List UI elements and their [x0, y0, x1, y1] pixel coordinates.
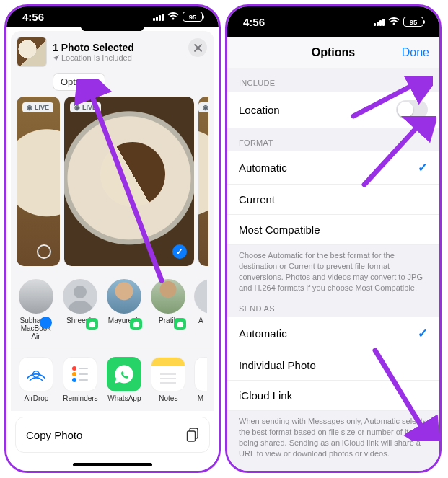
row-location[interactable]: Location [227, 92, 439, 128]
selection-thumbnail [17, 37, 47, 67]
photo-item-selected[interactable]: ◉ LIVE ✓ [64, 97, 194, 266]
modal-title: Options [312, 46, 355, 59]
app-notes[interactable]: Notes [150, 357, 187, 402]
wifi-icon [388, 17, 400, 26]
selection-subtitle: Location Is Included [53, 53, 134, 62]
selected-check-icon[interactable]: ✓ [172, 244, 187, 259]
whatsapp-icon [113, 363, 135, 385]
copy-photo-row[interactable]: Copy Photo [15, 417, 210, 453]
notes-icon [158, 372, 178, 385]
airdrop-icon [24, 362, 48, 386]
whatsapp-badge-icon [174, 318, 186, 330]
chevron-right-icon: › [95, 78, 98, 87]
section-header-airdrop: AIRDROP & ICLOUD LINKS ONLY [227, 461, 439, 471]
live-badge: ◉ LIVE [70, 102, 101, 112]
app-reminders[interactable]: Reminders [62, 357, 99, 402]
wifi-icon [167, 12, 179, 21]
checkmark-icon: ✓ [418, 326, 428, 341]
battery-icon: 95 [183, 12, 203, 22]
row-sendas-icloud[interactable]: iCloud Link [227, 381, 439, 411]
svg-point-5 [72, 378, 76, 382]
airdrop-badge-icon [40, 317, 52, 329]
section-header-format: FORMAT [227, 128, 439, 151]
svg-point-1 [68, 301, 92, 314]
close-icon [194, 44, 202, 52]
svg-rect-13 [188, 431, 196, 441]
status-time: 4:56 [243, 16, 265, 28]
contacts-row[interactable]: Subham's MacBook Air Shreesh Mayuresh Pr… [11, 272, 214, 348]
svg-point-4 [72, 372, 76, 376]
photo-item[interactable]: ◉ LIVE [198, 97, 208, 266]
row-format-automatic[interactable]: Automatic ✓ [227, 151, 439, 185]
contact-item[interactable]: Shreesh [62, 279, 97, 340]
home-indicator[interactable] [73, 463, 152, 466]
signal-icon [373, 16, 385, 28]
app-airdrop[interactable]: AirDrop [18, 357, 55, 402]
row-sendas-individual[interactable]: Individual Photo [227, 350, 439, 381]
live-badge: ◉ LIVE [22, 102, 53, 112]
options-screen: 4:56 95 Options Done INCLUDE Location FO… [225, 4, 442, 473]
row-format-current[interactable]: Current [227, 185, 439, 215]
share-sheet-screen: 4:56 95 1 Photo Selected Location Is Inc… [4, 4, 221, 473]
location-toggle[interactable] [396, 100, 428, 119]
battery-icon: 95 [403, 17, 423, 27]
select-ring[interactable] [37, 244, 51, 259]
checkmark-icon: ✓ [418, 160, 428, 175]
status-time: 4:56 [22, 11, 44, 23]
close-button[interactable] [188, 38, 207, 57]
notch [80, 15, 145, 32]
app-more[interactable]: M [194, 357, 207, 402]
contact-item[interactable]: Mayuresh [106, 279, 141, 340]
reminders-icon [69, 363, 91, 385]
row-sendas-automatic[interactable]: Automatic ✓ [227, 317, 439, 350]
location-arrow-icon [53, 55, 59, 61]
photo-strip[interactable]: ◉ LIVE ◉ LIVE ✓ ◉ LIVE [17, 97, 208, 272]
section-header-include: INCLUDE [227, 68, 439, 92]
selection-title: 1 Photo Selected [53, 42, 134, 53]
sendas-footer: When sending with Messages only, Automat… [227, 411, 439, 460]
copy-icon [186, 428, 199, 442]
done-button[interactable]: Done [402, 46, 429, 59]
app-whatsapp[interactable]: WhatsApp [106, 357, 143, 402]
svg-point-3 [72, 366, 76, 371]
contact-item[interactable]: Subham's MacBook Air [18, 279, 53, 340]
live-badge: ◉ LIVE [198, 102, 208, 112]
svg-point-0 [74, 286, 87, 298]
photo-item[interactable]: ◉ LIVE [17, 97, 60, 266]
format-footer: Choose Automatic for the best format for… [227, 245, 439, 294]
row-format-compatible[interactable]: Most Compatible [227, 215, 439, 245]
section-header-sendas: SEND AS [227, 294, 439, 317]
contact-item[interactable]: Pratik [150, 279, 185, 340]
notch [301, 15, 366, 32]
contact-item[interactable]: A [194, 279, 207, 340]
svg-rect-8 [79, 379, 88, 381]
whatsapp-badge-icon [86, 318, 98, 330]
apps-row[interactable]: AirDrop Reminders WhatsApp Notes M [11, 348, 214, 411]
modal-header: Options Done [227, 37, 439, 68]
signal-icon [152, 11, 164, 23]
svg-rect-7 [79, 373, 88, 375]
svg-rect-6 [79, 368, 88, 369]
whatsapp-badge-icon [130, 318, 142, 330]
options-button[interactable]: Options › [53, 73, 105, 91]
